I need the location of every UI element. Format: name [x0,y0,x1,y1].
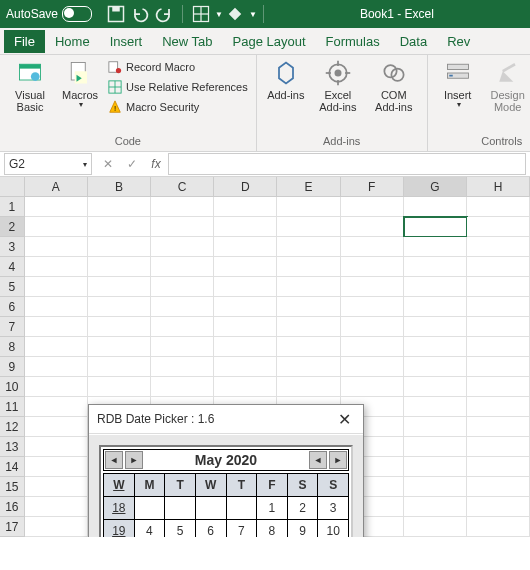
cell[interactable] [341,377,404,397]
cell[interactable] [25,217,88,237]
row-header[interactable]: 8 [0,337,25,357]
row-header[interactable]: 6 [0,297,25,317]
row-header[interactable]: 2 [0,217,25,237]
cell[interactable] [341,237,404,257]
cell[interactable] [341,337,404,357]
column-header[interactable]: E [277,177,340,197]
tab-data[interactable]: Data [390,30,437,53]
fill-icon[interactable] [225,4,245,24]
cell[interactable] [404,437,467,457]
cell[interactable] [151,337,214,357]
cell[interactable] [404,497,467,517]
tab-insert[interactable]: Insert [100,30,153,53]
cell[interactable] [277,317,340,337]
cell[interactable] [151,217,214,237]
borders-icon[interactable] [191,4,211,24]
cell[interactable] [277,357,340,377]
cell[interactable] [404,257,467,277]
cell[interactable] [214,317,277,337]
cell[interactable] [404,517,467,537]
cell[interactable] [404,397,467,417]
cell[interactable] [404,417,467,437]
cell[interactable] [467,257,530,277]
cell[interactable] [25,277,88,297]
cell[interactable] [404,317,467,337]
insert-control-button[interactable]: Insert▾ [434,57,482,112]
worksheet-grid[interactable]: ABCDEFGH 1234567891011121314151617 RDB D… [0,177,530,537]
cell[interactable] [467,437,530,457]
calendar-day[interactable] [165,497,196,520]
name-box[interactable]: G2▾ [4,153,92,175]
cell[interactable] [25,477,88,497]
row-header[interactable]: 12 [0,417,25,437]
cell[interactable] [25,417,88,437]
row-header[interactable]: 9 [0,357,25,377]
cell[interactable] [341,357,404,377]
column-header[interactable]: G [404,177,467,197]
cell[interactable] [88,277,151,297]
cell[interactable] [25,497,88,517]
cell[interactable] [341,197,404,217]
cell[interactable] [277,217,340,237]
cell[interactable] [214,337,277,357]
cell[interactable] [341,297,404,317]
fx-icon[interactable]: fx [144,157,168,171]
calendar-day[interactable]: 6 [195,520,226,538]
chevron-down-icon[interactable]: ▼ [215,10,223,19]
cell[interactable] [404,217,467,237]
record-macro-button[interactable]: Record Macro [106,59,250,75]
row-header[interactable]: 17 [0,517,25,537]
cell[interactable] [151,197,214,217]
cell[interactable] [467,497,530,517]
cell[interactable] [467,317,530,337]
cell[interactable] [404,377,467,397]
cell[interactable] [151,357,214,377]
cell[interactable] [25,297,88,317]
row-header[interactable]: 4 [0,257,25,277]
calendar-day[interactable]: 2 [287,497,318,520]
cell[interactable] [467,377,530,397]
calendar-day[interactable] [195,497,226,520]
row-header[interactable]: 15 [0,477,25,497]
cell[interactable] [88,337,151,357]
visual-basic-button[interactable]: Visual Basic [6,57,54,115]
calendar-day[interactable]: 4 [134,520,165,538]
cell[interactable] [25,457,88,477]
tab-formulas[interactable]: Formulas [316,30,390,53]
cell[interactable] [404,297,467,317]
cell[interactable] [467,517,530,537]
cell[interactable] [404,337,467,357]
row-header[interactable]: 3 [0,237,25,257]
formula-bar[interactable] [168,153,526,175]
cell[interactable] [214,197,277,217]
chevron-down-icon[interactable]: ▼ [249,10,257,19]
cell[interactable] [467,357,530,377]
cell[interactable] [467,337,530,357]
autosave-toggle[interactable]: AutoSave [6,6,92,22]
redo-icon[interactable] [154,4,174,24]
cell[interactable] [467,217,530,237]
com-addins-button[interactable]: COM Add-ins [367,57,421,115]
row-header[interactable]: 1 [0,197,25,217]
excel-addins-button[interactable]: Excel Add-ins [311,57,365,115]
cell[interactable] [467,457,530,477]
cell[interactable] [214,277,277,297]
cell[interactable] [467,297,530,317]
row-header[interactable]: 7 [0,317,25,337]
cell[interactable] [151,317,214,337]
column-header[interactable]: B [88,177,151,197]
calendar-day[interactable] [226,497,257,520]
calendar-day[interactable]: 5 [165,520,196,538]
cell[interactable] [151,277,214,297]
use-relative-button[interactable]: Use Relative References [106,79,250,95]
calendar-day[interactable] [134,497,165,520]
enter-icon[interactable]: ✓ [120,157,144,171]
cell[interactable] [467,277,530,297]
undo-icon[interactable] [130,4,150,24]
cell[interactable] [277,337,340,357]
next-month-button[interactable]: ◄ [309,451,327,469]
cell[interactable] [151,257,214,277]
cell[interactable] [467,397,530,417]
cell[interactable] [404,237,467,257]
prev-year-button[interactable]: ◄ [105,451,123,469]
